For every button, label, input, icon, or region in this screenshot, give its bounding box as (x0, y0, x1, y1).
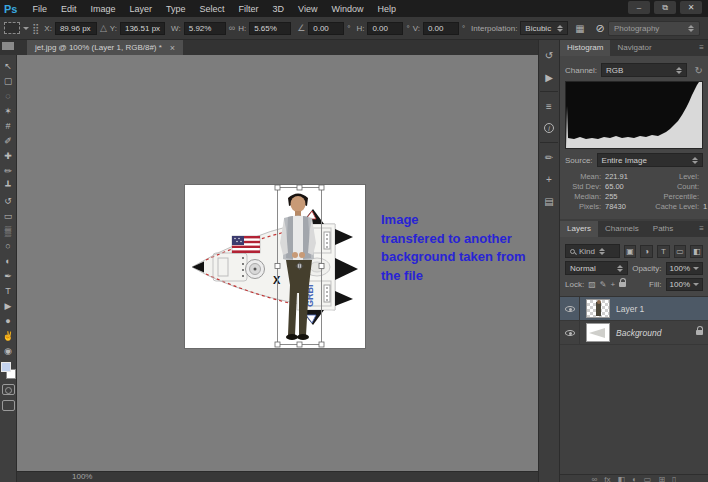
canvas-area[interactable]: GRBI GRBI X (17, 55, 538, 482)
blend-mode-select[interactable]: Normal (565, 261, 628, 275)
quick-selection-tool[interactable]: ✶ (1, 103, 16, 118)
menu-view[interactable]: View (291, 4, 324, 14)
marquee-tool[interactable]: ▢ (1, 73, 16, 88)
layer-style-icon[interactable]: fx (604, 475, 610, 482)
foreground-color-swatch[interactable] (1, 362, 11, 372)
minimize-button[interactable]: – (628, 1, 650, 14)
clone-stamp-tool[interactable]: ┻ (1, 178, 16, 193)
rotation-field[interactable]: 0.00 (308, 22, 344, 35)
layer-row-background[interactable]: Background (560, 321, 708, 345)
menu-help[interactable]: Help (370, 4, 403, 14)
relative-position-icon[interactable]: △ (100, 23, 107, 33)
history-brush-tool[interactable]: ↺ (1, 193, 16, 208)
brush-tool[interactable]: ✏ (1, 163, 16, 178)
workspace-switcher[interactable]: Photography (608, 21, 700, 36)
layer-group-icon[interactable]: ▭ (644, 475, 652, 482)
history-panel-icon[interactable]: ↺ (540, 46, 558, 64)
actions-panel-icon[interactable]: ▶ (540, 68, 558, 86)
path-selection-tool[interactable]: ▶ (1, 298, 16, 313)
visibility-eye-icon[interactable] (565, 306, 575, 312)
close-button[interactable]: ✕ (680, 1, 702, 14)
menu-filter[interactable]: Filter (232, 4, 266, 14)
move-tool[interactable]: ↖ (1, 58, 16, 73)
lock-image-pixels-icon[interactable]: ✎ (600, 280, 607, 289)
tool-preset-dropdown-icon[interactable] (23, 27, 29, 30)
document-tab[interactable]: jet.jpg @ 100% (Layer 1, RGB/8#) * × (27, 40, 183, 55)
filter-adjustment-layers-icon[interactable]: ◑ (640, 245, 653, 258)
tab-channels[interactable]: Channels (598, 221, 646, 237)
width-scale-field[interactable]: 5.92% (184, 22, 226, 35)
cancel-transform-icon[interactable]: ⊘ (596, 22, 605, 35)
tab-layers[interactable]: Layers (560, 221, 598, 237)
shape-tool[interactable]: ● (1, 313, 16, 328)
filter-shape-layers-icon[interactable]: ▭ (674, 245, 687, 258)
panel-menu-icon[interactable]: ≡ (699, 43, 704, 52)
quick-mask-mode-icon[interactable] (2, 384, 15, 395)
layer-name[interactable]: Layer 1 (616, 304, 703, 314)
h-skew-field[interactable]: 0.00 (367, 22, 403, 35)
document-tab-close-icon[interactable]: × (170, 43, 175, 53)
eyedropper-tool[interactable]: ✐ (1, 133, 16, 148)
v-skew-field[interactable]: 0.00 (423, 22, 459, 35)
hand-tool[interactable]: ✌ (1, 328, 16, 343)
crop-tool[interactable]: # (1, 118, 16, 133)
screen-mode-icon[interactable] (2, 400, 15, 411)
interpolation-select[interactable]: Bicubic (520, 21, 568, 35)
layer-comps-panel-icon[interactable]: ▤ (540, 192, 558, 210)
blur-tool[interactable]: ○ (1, 238, 16, 253)
eraser-tool[interactable]: ▭ (1, 208, 16, 223)
background-layer-name[interactable]: Background (616, 328, 696, 338)
fill-field[interactable]: 100% (666, 278, 703, 291)
new-layer-icon[interactable]: ⊞ (658, 475, 665, 482)
tab-navigator[interactable]: Navigator (610, 40, 658, 56)
link-layers-icon[interactable]: ∞ (591, 475, 597, 482)
zoom-level-field[interactable]: 100% (72, 472, 92, 481)
menu-edit[interactable]: Edit (54, 4, 84, 14)
layers-panel-menu-icon[interactable]: ≡ (699, 224, 704, 233)
background-thumbnail[interactable] (586, 323, 610, 342)
visibility-eye-icon-background[interactable] (565, 330, 575, 336)
height-scale-field[interactable]: 5.65% (249, 22, 291, 35)
warp-mode-icon[interactable]: ▦ (575, 23, 584, 34)
refresh-histogram-icon[interactable]: ↻ (695, 65, 703, 76)
restore-button[interactable]: ⧉ (654, 1, 676, 14)
type-tool[interactable]: T (1, 283, 16, 298)
menu-select[interactable]: Select (193, 4, 232, 14)
filter-smart-objects-icon[interactable]: ◧ (690, 245, 703, 258)
x-position-field[interactable]: 89.96 px (55, 22, 97, 35)
y-position-field[interactable]: 136.51 px (120, 22, 165, 35)
channel-select[interactable]: RGB (601, 63, 687, 77)
lock-transparent-pixels-icon[interactable]: ▨ (588, 280, 596, 289)
brush-panel-icon[interactable]: ✏ (540, 148, 558, 166)
zoom-tool[interactable]: ◉ (1, 343, 16, 358)
tab-paths[interactable]: Paths (646, 221, 680, 237)
menu-3d[interactable]: 3D (266, 4, 292, 14)
layer-mask-icon[interactable]: ◧ (617, 475, 625, 482)
layer-1-thumbnail[interactable] (586, 299, 610, 318)
layer-filter-select[interactable]: Kind (565, 244, 620, 258)
source-select[interactable]: Entire Image (597, 153, 703, 167)
clone-source-panel-icon[interactable]: + (540, 170, 558, 188)
layer-row-layer-1[interactable]: Layer 1 (560, 297, 708, 321)
opacity-field[interactable]: 100% (666, 262, 703, 275)
healing-brush-tool[interactable]: ✚ (1, 148, 16, 163)
properties-panel-icon[interactable]: ≡ (540, 97, 558, 115)
filter-pixel-layers-icon[interactable]: ▣ (624, 245, 637, 258)
menu-layer[interactable]: Layer (123, 4, 160, 14)
adjustment-layer-icon[interactable]: ◐ (632, 475, 637, 482)
tab-histogram[interactable]: Histogram (560, 40, 610, 56)
gradient-tool[interactable]: ▒ (1, 223, 16, 238)
tool-preset-icon[interactable] (4, 22, 20, 34)
menu-file[interactable]: File (25, 4, 54, 14)
toolbar-collapse-icon[interactable] (2, 42, 14, 50)
info-panel-icon[interactable]: i (540, 119, 558, 137)
lasso-tool[interactable]: ◌ (1, 88, 16, 103)
filter-type-layers-icon[interactable]: T (657, 245, 670, 258)
document-image[interactable]: GRBI GRBI X (185, 185, 365, 348)
menu-type[interactable]: Type (159, 4, 193, 14)
menu-window[interactable]: Window (324, 4, 370, 14)
lock-all-icon[interactable] (619, 282, 626, 287)
delete-layer-icon[interactable]: ▯ (672, 475, 676, 482)
reference-point-locator-icon[interactable]: ⣿ (32, 23, 38, 34)
dodge-tool[interactable]: ◐ (1, 253, 16, 268)
